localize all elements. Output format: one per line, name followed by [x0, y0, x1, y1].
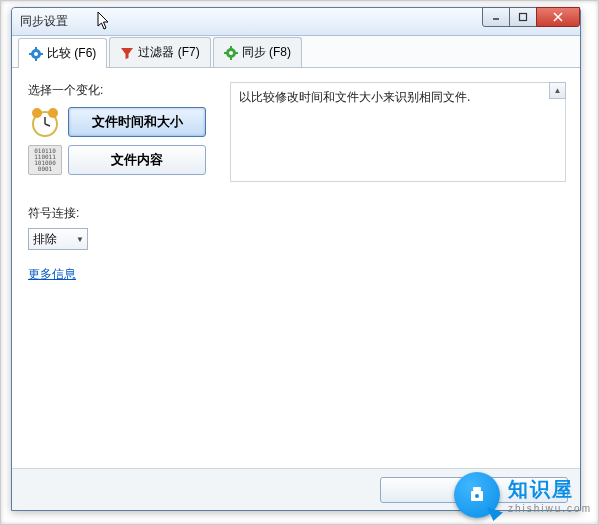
tab-filter[interactable]: 过滤器 (F7) — [109, 37, 210, 67]
window-controls — [483, 7, 580, 27]
tab-compare[interactable]: 比较 (F6) — [18, 38, 107, 68]
symlink-section: 符号连接: 排除 ▼ 更多信息 — [28, 181, 564, 283]
svg-point-17 — [32, 108, 42, 118]
svg-rect-14 — [224, 52, 227, 54]
close-button[interactable] — [536, 7, 580, 27]
symlink-label: 符号连接: — [28, 205, 564, 222]
clock-icon — [28, 105, 62, 139]
maximize-button[interactable] — [509, 7, 537, 27]
svg-point-5 — [34, 52, 38, 56]
svg-rect-13 — [230, 57, 232, 60]
more-info-link[interactable]: 更多信息 — [28, 266, 76, 283]
svg-rect-22 — [473, 487, 481, 491]
gear-green-icon — [224, 46, 238, 60]
option-content-button[interactable]: 文件内容 — [68, 145, 206, 175]
tab-label: 比较 (F6) — [47, 45, 96, 62]
cursor-icon — [97, 11, 113, 31]
tab-label: 过滤器 (F7) — [138, 44, 199, 61]
window-title: 同步设置 — [20, 13, 68, 30]
binary-icon: 0101101100111010000001 — [28, 145, 62, 175]
option-time-size-button[interactable]: 文件时间和大小 — [68, 107, 206, 137]
symlink-dropdown[interactable]: 排除 ▼ — [28, 228, 88, 250]
svg-rect-9 — [40, 53, 43, 55]
svg-rect-15 — [235, 52, 238, 54]
description-text: 以比较修改时间和文件大小来识别相同文件. — [239, 90, 470, 104]
gear-icon — [29, 47, 43, 61]
content-area: 选择一个变化: 文件时间和大小 0101101100111010000001 — [12, 68, 580, 510]
tab-label: 同步 (F8) — [242, 44, 291, 61]
svg-point-23 — [475, 494, 479, 498]
svg-rect-7 — [35, 58, 37, 61]
description-panel: 以比较修改时间和文件大小来识别相同文件. ▲ — [230, 82, 566, 182]
svg-rect-8 — [29, 53, 32, 55]
svg-point-18 — [48, 108, 58, 118]
tab-sync[interactable]: 同步 (F8) — [213, 37, 302, 67]
tab-bar: 比较 (F6) 过滤器 (F7) 同步 (F8) — [12, 36, 580, 68]
svg-rect-6 — [35, 47, 37, 50]
svg-rect-1 — [520, 14, 527, 21]
watermark-text: 知识屋 — [508, 476, 592, 503]
dropdown-value: 排除 — [33, 231, 57, 248]
minimize-button[interactable] — [482, 7, 510, 27]
watermark-url: zhishiwu.com — [508, 503, 592, 514]
compare-options: 选择一个变化: 文件时间和大小 0101101100111010000001 — [28, 82, 214, 181]
watermark: 知识屋 zhishiwu.com — [454, 472, 592, 518]
svg-rect-12 — [230, 46, 232, 49]
dialog-window: 同步设置 比较 (F6) — [11, 7, 581, 511]
chevron-down-icon: ▼ — [76, 235, 84, 244]
funnel-icon — [120, 46, 134, 60]
svg-point-11 — [229, 51, 233, 55]
select-change-label: 选择一个变化: — [28, 82, 214, 99]
scroll-up-button[interactable]: ▲ — [549, 82, 566, 99]
watermark-badge-icon — [454, 472, 500, 518]
